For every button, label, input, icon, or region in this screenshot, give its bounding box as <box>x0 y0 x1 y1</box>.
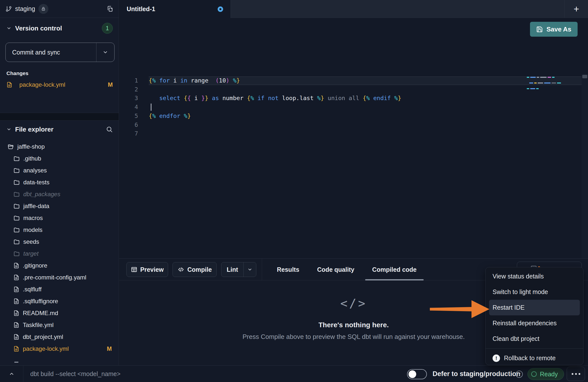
tab-results[interactable]: Results <box>275 259 301 280</box>
tree-item[interactable]: .gitignore <box>0 260 119 272</box>
divider <box>262 259 262 280</box>
tree-item[interactable]: macros <box>0 212 119 224</box>
tree-item[interactable]: dbt_project.yml <box>0 331 119 343</box>
version-control-title: Version control <box>15 25 62 32</box>
file-icon <box>13 310 19 316</box>
tree-item[interactable]: models <box>0 224 119 236</box>
section-gap <box>0 113 119 121</box>
save-as-label: Save As <box>546 26 571 33</box>
version-control-header[interactable]: Version control 1 <box>6 23 113 34</box>
menu-item-label: Rollback to remote <box>504 355 556 362</box>
file-explorer-title: File explorer <box>15 126 54 133</box>
folder-icon <box>13 227 20 233</box>
toggle-knob <box>409 370 416 378</box>
tree-item-label: .sqlfluffignore <box>23 298 58 305</box>
search-icon[interactable] <box>106 126 113 133</box>
defer-toggle[interactable] <box>407 369 427 379</box>
expand-command-bar-button[interactable] <box>0 366 23 382</box>
code-line <box>149 85 401 94</box>
menu-item-switch-to-light-mode[interactable]: Switch to light mode <box>486 284 583 300</box>
tree-item[interactable]: README.md <box>0 307 119 319</box>
status-badge[interactable]: Ready <box>528 368 564 380</box>
tree-item-label: dbt_packages <box>23 191 60 198</box>
lint-button[interactable]: Lint <box>221 262 256 277</box>
ready-label: Ready <box>540 371 558 378</box>
minimap[interactable] <box>527 77 564 94</box>
command-input[interactable]: dbt build --select <model_name> <box>30 366 120 382</box>
commit-and-sync-button[interactable]: Commit and sync <box>5 43 115 62</box>
menu-item-label: Reinstall dependencies <box>493 320 557 327</box>
lint-label: Lint <box>221 266 243 273</box>
file-icon <box>13 274 19 280</box>
branch-header: staging <box>0 0 119 18</box>
tree-item[interactable]: .sqlfluff <box>0 283 119 295</box>
tree-item-label: package-lock.yml <box>23 345 69 352</box>
changed-file-row[interactable]: package-lock.yml M <box>6 79 113 90</box>
commit-button-label: Commit and sync <box>6 43 96 62</box>
code-line <box>149 129 401 138</box>
more-options-button[interactable] <box>567 367 585 381</box>
file-icon <box>13 334 19 340</box>
folder-icon <box>13 179 20 186</box>
tab-code-quality[interactable]: Code quality <box>316 259 356 280</box>
code-editor[interactable]: 1234567 {% for i in range (10) %} select… <box>119 37 588 258</box>
tab-bar: Untitled-1 + <box>119 0 588 18</box>
changes-label: Changes <box>6 70 29 76</box>
preview-label: Preview <box>140 266 164 273</box>
folder-icon <box>13 167 20 174</box>
menu-item-reinstall-dependencies[interactable]: Reinstall dependencies <box>486 315 583 331</box>
tree-item[interactable]: .pre-commit-config.yaml <box>0 272 119 283</box>
save-as-button[interactable]: Save As <box>530 22 578 37</box>
menu-item-clean-dbt-project[interactable]: Clean dbt project <box>486 331 583 347</box>
file-explorer-header[interactable]: File explorer <box>6 124 113 135</box>
tree-item[interactable]: seeds <box>0 236 119 248</box>
copy-icon[interactable] <box>107 5 113 12</box>
scrollbar-thumb[interactable] <box>582 75 587 78</box>
text-cursor <box>151 104 151 111</box>
compile-label: Compile <box>187 266 212 273</box>
folder-icon <box>13 239 20 245</box>
tree-item[interactable]: data-tests <box>0 176 119 188</box>
chevron-down-icon[interactable] <box>96 43 114 62</box>
code-lines: {% for i in range (10) %} select {{ i }}… <box>149 76 401 138</box>
menu-item-label: Clean dbt project <box>493 335 539 342</box>
tree-item[interactable]: jaffle-shop <box>0 141 119 153</box>
tree-item[interactable]: .github <box>0 153 119 164</box>
folder-icon <box>13 250 20 257</box>
menu-separator <box>486 348 583 349</box>
tree-item[interactable]: analyses <box>0 164 119 176</box>
branch-name: staging <box>15 5 35 12</box>
code-slash-icon: </> <box>340 296 367 310</box>
tree-item-label: target <box>23 250 38 257</box>
tree-item-label: .github <box>23 155 41 162</box>
tree-item[interactable]: Taskfile.yml <box>0 319 119 331</box>
file-icon <box>13 322 19 328</box>
folder-icon <box>13 215 20 221</box>
tree-item[interactable]: package-lock.ymlM <box>0 343 119 355</box>
unsaved-dot-icon[interactable] <box>218 6 223 12</box>
chevron-down-icon[interactable] <box>244 267 256 272</box>
new-tab-button[interactable]: + <box>565 0 588 18</box>
tree-item[interactable]: dbt_packages <box>0 188 119 200</box>
menu-item-rollback-to-remote[interactable]: !Rollback to remote <box>486 350 583 365</box>
help-icon[interactable]: ? <box>516 371 523 378</box>
code-line: {% for i in range (10) %} <box>149 76 401 85</box>
tree-item-label: macros <box>23 215 43 221</box>
tree-item[interactable]: target <box>0 248 119 260</box>
empty-state-subtitle: Press Compile above to preview the SQL d… <box>242 333 465 341</box>
file-icon <box>13 263 19 269</box>
menu-item-restart-ide[interactable]: Restart IDE <box>489 300 580 315</box>
menu-item-label: Restart IDE <box>493 304 525 311</box>
compile-button[interactable]: Compile <box>173 262 217 277</box>
chevron-down-icon <box>6 26 11 31</box>
modified-status-badge: M <box>107 345 112 352</box>
tree-item[interactable]: jaffle-data <box>0 200 119 212</box>
tree-item[interactable]: .sqlfluffignore <box>0 295 119 307</box>
tab-untitled-1[interactable]: Untitled-1 <box>119 0 231 18</box>
tree-item-label: models <box>23 226 42 233</box>
tree-item-label: jaffle-shop <box>17 143 45 150</box>
menu-item-view-status-details[interactable]: View status details <box>486 269 583 284</box>
preview-button[interactable]: Preview <box>126 262 168 277</box>
branch-lock-badge <box>38 4 48 14</box>
tab-compiled-code[interactable]: Compiled code <box>371 259 418 280</box>
